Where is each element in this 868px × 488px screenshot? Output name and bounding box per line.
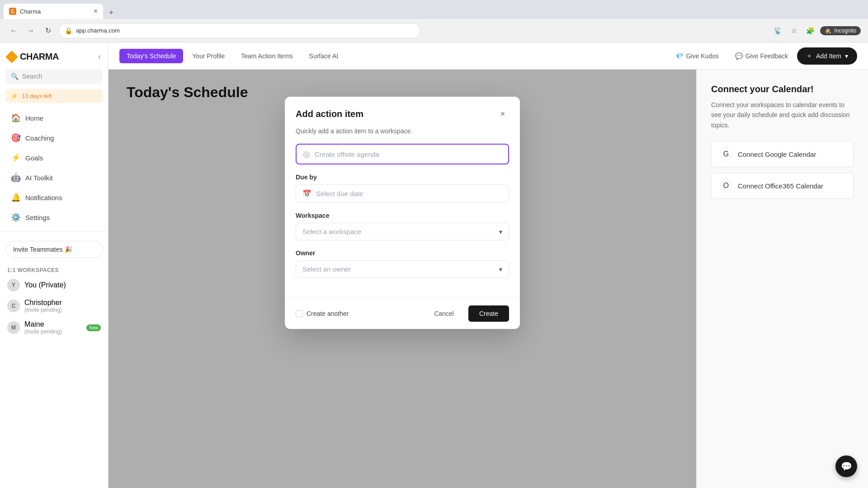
workspace-name-text: You (Private): [24, 281, 66, 289]
nav-your-profile[interactable]: Your Profile: [185, 49, 232, 63]
google-icon: G: [720, 148, 732, 160]
connect-office-label: Connect Office365 Calendar: [738, 182, 823, 190]
give-kudos-label: Give Kudos: [686, 52, 718, 60]
close-tab-button[interactable]: ×: [94, 7, 98, 15]
main-content: Today's Schedule Add action item × Quick…: [108, 70, 696, 488]
due-date-placeholder: Select due date: [316, 190, 363, 197]
workspace-you-private[interactable]: Y You (Private): [0, 275, 108, 295]
sidebar-item-home[interactable]: 🏠 Home: [4, 108, 104, 127]
sidebar-item-notifications[interactable]: 🔔 Notifications: [4, 188, 104, 207]
close-modal-button[interactable]: ×: [496, 108, 509, 120]
active-tab[interactable]: C Charma ×: [4, 4, 103, 19]
action-item-input[interactable]: [315, 150, 502, 158]
workspace-placeholder: Select a workspace: [302, 228, 361, 235]
connect-calendar-desc: Connect your workspaces to calendar even…: [711, 100, 854, 130]
feedback-icon: 💬: [735, 52, 743, 60]
create-another-checkbox[interactable]: [296, 310, 303, 317]
workspace-christopher[interactable]: C Christopher (Invite pending): [0, 295, 108, 317]
modal-header: Add action item ×: [285, 97, 520, 127]
bookmark-button[interactable]: ☆: [788, 24, 800, 37]
connect-google-calendar-button[interactable]: G Connect Google Calendar: [711, 141, 854, 167]
workspace-info-christopher: Christopher (Invite pending): [24, 299, 62, 313]
new-tab-button[interactable]: +: [105, 6, 118, 19]
invite-teammates-button[interactable]: Invite Teammates 🎉: [5, 241, 103, 258]
nav-team-action-items[interactable]: Team Action Items: [234, 49, 300, 63]
tab-title: Charma: [20, 8, 41, 15]
nav-team-action-items-label: Team Action Items: [241, 52, 292, 60]
workspace-select[interactable]: Select a workspace ▾: [296, 223, 509, 240]
sidebar-item-ai-toolkit[interactable]: 🤖 AI Toolkit: [4, 168, 104, 187]
app-container: CHARMA ‹ 🔍 Search ⚡ 13 days left 🏠 Home …: [0, 42, 868, 488]
due-date-picker[interactable]: 📅 Select due date: [296, 184, 509, 203]
incognito-label: Incognito: [834, 28, 856, 34]
invite-label: Invite Teammates 🎉: [13, 246, 72, 253]
cancel-button[interactable]: Cancel: [425, 305, 463, 322]
modal-footer: Create another Cancel Create: [285, 298, 520, 329]
right-panel: Connect your Calendar! Connect your work…: [696, 70, 868, 488]
create-another-toggle[interactable]: Create another: [296, 310, 349, 317]
coaching-icon: 🎯: [11, 133, 21, 143]
url-text: app.charma.com: [76, 27, 120, 34]
connect-office365-calendar-button[interactable]: O Connect Office365 Calendar: [711, 173, 854, 199]
nav-today-schedule-label: Today's Schedule: [127, 52, 176, 60]
add-item-label: Add Item: [816, 52, 841, 60]
sidebar-item-settings[interactable]: ⚙️ Settings: [4, 208, 104, 227]
owner-chevron-icon: ▾: [499, 266, 502, 273]
sidebar-item-goals-label: Goals: [25, 154, 43, 162]
address-input[interactable]: 🔒 app.charma.com: [59, 23, 420, 38]
trial-label: 13 days left: [22, 93, 52, 99]
calendar-icon: 📅: [302, 189, 311, 198]
sidebar-item-coaching-label: Coaching: [25, 134, 54, 142]
add-item-button[interactable]: ＋ Add Item ▾: [797, 47, 857, 65]
give-kudos-button[interactable]: 💎 Give Kudos: [668, 49, 726, 63]
search-input[interactable]: 🔍 Search: [5, 69, 103, 84]
nav-surface-ai[interactable]: Surface AI: [302, 49, 346, 63]
add-icon: ＋: [806, 52, 812, 60]
chat-bubble-button[interactable]: 💬: [835, 455, 857, 477]
chat-icon: 💬: [841, 461, 852, 472]
workspace-label: Workspace: [296, 212, 509, 219]
workspace-info-maine: Maine (Invite pending): [24, 320, 62, 335]
sidebar-item-notifications-label: Notifications: [25, 194, 62, 202]
sidebar-item-coaching[interactable]: 🎯 Coaching: [4, 128, 104, 147]
browser-chrome: C Charma × + ← → ↻ 🔒 app.charma.com 📡 ☆ …: [0, 0, 868, 42]
sidebar-item-ai-toolkit-label: AI Toolkit: [25, 174, 53, 182]
cast-button[interactable]: 📡: [771, 24, 784, 37]
create-button[interactable]: Create: [468, 305, 509, 322]
sidebar-item-goals[interactable]: ⚡ Goals: [4, 148, 104, 167]
address-bar: ← → ↻ 🔒 app.charma.com 📡 ☆ 🧩 🕵️ Incognit…: [0, 19, 868, 42]
sidebar-logo: CHARMA ‹: [0, 48, 108, 69]
modal-subtitle: Quickly add a action item to a workspace…: [285, 127, 520, 144]
modal-title: Add action item: [296, 109, 363, 119]
tab-favicon: C: [9, 8, 16, 15]
nav-today-schedule[interactable]: Today's Schedule: [119, 49, 183, 63]
top-nav: Today's Schedule Your Profile Team Actio…: [108, 42, 868, 70]
workspace-sub-maine: (Invite pending): [24, 328, 62, 335]
browser-actions: 📡 ☆ 🧩 🕵️ Incognito: [771, 24, 861, 37]
search-placeholder: Search: [22, 73, 42, 80]
modal-overlay[interactable]: Add action item × Quickly add a action i…: [108, 70, 696, 488]
workspace-section-label: 1:1 Workspaces: [0, 263, 108, 275]
workspace-name-christopher: Christopher: [24, 299, 62, 307]
workspace-maine[interactable]: M Maine (Invite pending) New: [0, 317, 108, 338]
notifications-icon: 🔔: [11, 192, 21, 202]
kudos-icon: 💎: [675, 52, 683, 60]
logo-text: CHARMA: [20, 52, 59, 62]
forward-button[interactable]: →: [24, 24, 37, 37]
sidebar-item-settings-label: Settings: [25, 214, 50, 221]
give-feedback-button[interactable]: 💬 Give Feedback: [728, 49, 795, 63]
lock-icon: 🔒: [65, 27, 72, 34]
item-input-container: ◎: [296, 144, 509, 164]
collapse-sidebar-button[interactable]: ‹: [98, 52, 101, 61]
modal-footer-actions: Cancel Create: [425, 305, 509, 322]
extensions-button[interactable]: 🧩: [804, 24, 816, 37]
refresh-button[interactable]: ↻: [42, 24, 54, 37]
workspace-chevron-icon: ▾: [499, 228, 502, 235]
workspace-name-maine: Maine: [24, 320, 62, 328]
incognito-badge: 🕵️ Incognito: [820, 26, 861, 35]
owner-select[interactable]: Select an owner ▾: [296, 260, 509, 278]
trial-icon: ⚡: [11, 93, 18, 99]
workspace-sub-christopher: (Invite pending): [24, 307, 62, 313]
back-button[interactable]: ←: [7, 24, 20, 37]
add-action-item-modal: Add action item × Quickly add a action i…: [285, 97, 520, 329]
